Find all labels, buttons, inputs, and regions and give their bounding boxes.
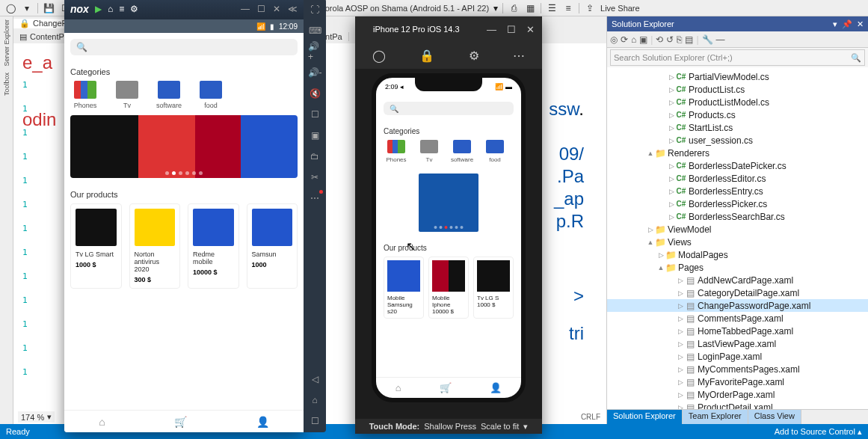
tree-item[interactable]: ▷▤CategoryDetailPage.xaml: [607, 286, 868, 299]
category-item[interactable]: food: [482, 140, 508, 163]
tool-icon[interactable]: ⎘: [677, 34, 682, 45]
product-card[interactable]: Mobile Samsung s20: [384, 257, 424, 319]
tool-icon[interactable]: ▦: [524, 2, 536, 14]
maximize-icon[interactable]: ☐: [257, 4, 265, 14]
tree-item[interactable]: ▷▤HomeTabbedPage.xaml: [607, 325, 868, 337]
save-icon[interactable]: 💾: [43, 2, 55, 14]
nox-titlebar[interactable]: nox ▶ ⌂ ≡ ⚙ — ☐ ✕ ≪: [64, 0, 304, 19]
wrench-icon[interactable]: 🔧: [702, 34, 713, 45]
category-item[interactable]: Phones: [384, 140, 409, 163]
pin-icon[interactable]: 📌: [842, 19, 852, 29]
close-icon[interactable]: ✕: [857, 19, 864, 29]
recents-icon[interactable]: ☐: [308, 414, 321, 428]
tree-item[interactable]: ▷📁ViewModel: [607, 223, 868, 236]
play-store-icon[interactable]: ▶: [95, 4, 102, 14]
nav-cart-icon[interactable]: 🛒: [174, 416, 187, 428]
tree-item[interactable]: ▷C#BorderlessDatePicker.cs: [607, 159, 868, 172]
tree-item[interactable]: ▲📁Renderers: [607, 147, 868, 159]
close-icon[interactable]: ✕: [526, 24, 535, 35]
tree-item[interactable]: ▷C#user_session.cs: [607, 134, 868, 147]
tree-item[interactable]: ▲📁Views: [607, 236, 868, 248]
status-source-control[interactable]: Add to Source Control ▴: [775, 427, 862, 437]
nav-home-icon[interactable]: ⌂: [99, 416, 105, 428]
keyboard-icon[interactable]: ⌨: [308, 24, 321, 37]
tree-item[interactable]: ▷C#PartialViewModel.cs: [607, 70, 868, 83]
tree-item[interactable]: ▷▤ChangePasswordPage.xaml: [607, 299, 868, 312]
promo-banner[interactable]: [419, 174, 478, 232]
lock-icon[interactable]: 🔒: [419, 49, 434, 63]
category-item[interactable]: Phones: [70, 81, 100, 109]
fullscreen-icon[interactable]: ⛶: [308, 3, 321, 16]
home-icon[interactable]: ⟳: [621, 34, 628, 45]
tool-icon[interactable]: ≡: [562, 2, 574, 14]
product-card[interactable]: Mobile Iphone10000 $: [428, 257, 469, 319]
back-icon[interactable]: ◁: [308, 372, 321, 386]
home-button-icon[interactable]: ◯: [372, 49, 386, 63]
tab-server-explorer[interactable]: Server Explorer: [3, 19, 10, 67]
nav-user-icon[interactable]: 👤: [256, 416, 269, 428]
home-icon[interactable]: ⌂: [308, 393, 321, 407]
tree-item[interactable]: ▷C#Products.cs: [607, 108, 868, 121]
apk-icon[interactable]: ▣: [308, 129, 321, 142]
tab-toolbox[interactable]: Toolbox: [3, 73, 10, 96]
pin-icon[interactable]: ▾: [833, 19, 837, 29]
category-item[interactable]: food: [196, 81, 226, 109]
category-item[interactable]: software: [154, 81, 184, 109]
volume-up-icon[interactable]: 🔊+: [308, 45, 321, 58]
display-icon[interactable]: ☐: [308, 108, 321, 121]
nav-user-icon[interactable]: 👤: [490, 382, 502, 393]
category-item[interactable]: software: [449, 140, 475, 163]
minimize-icon[interactable]: —: [241, 4, 250, 14]
gear-icon[interactable]: ⚙: [469, 49, 479, 63]
tree-item[interactable]: ▷▤LastViewPage.xaml: [607, 337, 868, 350]
solex-tree[interactable]: ▷C#PartialViewModel.cs▷C#ProductList.cs▷…: [607, 67, 868, 409]
product-card[interactable]: Samsun1000: [247, 203, 298, 289]
collapse-icon[interactable]: ≪: [288, 4, 298, 14]
nav-fwd-icon[interactable]: ▾: [21, 2, 33, 14]
solex-search[interactable]: Search Solution Explorer (Ctrl+;) 🔍: [610, 49, 865, 66]
ios-titlebar[interactable]: iPhone 12 Pro iOS 14.3 — ☐ ✕: [355, 16, 542, 42]
promo-banner[interactable]: [70, 115, 298, 178]
liveshare-icon[interactable]: ⇪: [584, 2, 596, 14]
tree-item[interactable]: ▷C#BorderlessPicker.cs: [607, 197, 868, 210]
tree-item[interactable]: ▷C#StartList.cs: [607, 121, 868, 134]
minimize-icon[interactable]: —: [487, 24, 496, 35]
home-icon[interactable]: ▣: [639, 34, 647, 45]
mute-icon[interactable]: 🔇: [308, 87, 321, 100]
close-icon[interactable]: ✕: [273, 4, 280, 14]
product-card[interactable]: Redme mobile10000 $: [188, 203, 239, 289]
nav-cart-icon[interactable]: 🛒: [440, 382, 452, 393]
home-icon[interactable]: ⌂: [631, 34, 636, 45]
search-input[interactable]: 🔍: [70, 39, 298, 55]
sync-icon[interactable]: ⟲: [656, 34, 663, 45]
tree-item[interactable]: ▷C#BorderlessEntry.cs: [607, 185, 868, 197]
nav-home-icon[interactable]: ⌂: [395, 382, 401, 393]
product-card[interactable]: Norton antivirus 2020300 $: [129, 203, 181, 289]
category-item[interactable]: Tv: [112, 81, 142, 109]
product-card[interactable]: Tv LG Smart1000 $: [70, 203, 122, 289]
crlf-label[interactable]: CRLF: [581, 411, 600, 423]
folder-icon[interactable]: 🗀: [308, 150, 321, 163]
tree-item[interactable]: ▷▤AddNewCardPage.xaml: [607, 274, 868, 286]
tree-item[interactable]: ▷▤CommentsPage.xaml: [607, 312, 868, 325]
tree-item[interactable]: ▷▤MyFavoritePage.xaml: [607, 375, 868, 388]
tree-item[interactable]: ▷C#BorderlessSearchBar.cs: [607, 210, 868, 223]
tree-item[interactable]: ▲📁Pages: [607, 261, 868, 274]
liveshare-label[interactable]: Live Share: [600, 4, 640, 13]
category-item[interactable]: Tv: [416, 140, 442, 163]
tree-item[interactable]: ▷▤MyCommentsPages.xaml: [607, 363, 868, 375]
target-device[interactable]: Motorola AOSP on Shama (Android 5.1 - AP…: [311, 4, 489, 13]
tool-icon[interactable]: ↺: [666, 34, 674, 45]
tree-item[interactable]: ▷C#ProductList.cs: [607, 83, 868, 96]
tool-icon[interactable]: ⎙: [508, 2, 520, 14]
maximize-icon[interactable]: ☐: [507, 24, 516, 35]
tool-icon[interactable]: ☰: [546, 2, 558, 14]
more-icon[interactable]: ⋯: [308, 191, 321, 205]
wrench-icon[interactable]: —: [716, 34, 725, 45]
tab-class-view[interactable]: Class View: [748, 410, 801, 424]
volume-down-icon[interactable]: 🔊-: [308, 66, 321, 79]
tree-item[interactable]: ▷C#ProductListModel.cs: [607, 96, 868, 108]
tool-icon[interactable]: ▤: [685, 34, 693, 45]
scissors-icon[interactable]: ✂: [308, 171, 321, 184]
product-card[interactable]: Tv LG S1000 $: [473, 257, 514, 319]
